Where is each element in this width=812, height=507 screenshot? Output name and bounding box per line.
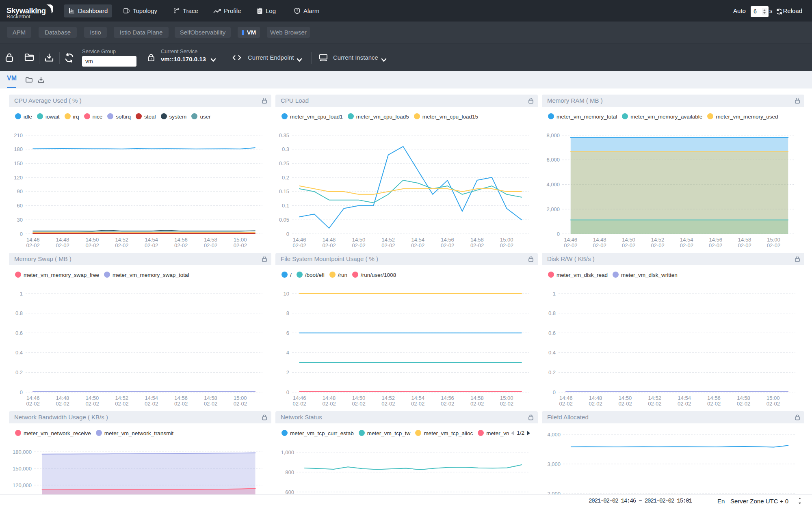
svg-text:02-02: 02-02 bbox=[737, 401, 750, 407]
svg-text:0.35: 0.35 bbox=[279, 132, 289, 138]
svg-text:02-02: 02-02 bbox=[56, 242, 69, 248]
svg-text:02-02: 02-02 bbox=[441, 242, 454, 248]
svg-text:0.8: 0.8 bbox=[548, 310, 556, 316]
svg-text:0.6: 0.6 bbox=[548, 330, 556, 336]
svg-text:02-02: 02-02 bbox=[500, 401, 513, 407]
svg-text:02-02: 02-02 bbox=[593, 242, 606, 248]
svg-text:02-02: 02-02 bbox=[441, 401, 454, 407]
svg-text:02-02: 02-02 bbox=[381, 242, 395, 248]
svg-text:02-02: 02-02 bbox=[559, 401, 573, 407]
svg-text:14:46: 14:46 bbox=[559, 395, 573, 401]
svg-text:14:52: 14:52 bbox=[382, 395, 395, 401]
svg-text:02-02: 02-02 bbox=[115, 242, 128, 248]
svg-text:180,000: 180,000 bbox=[13, 449, 32, 455]
svg-text:02-02: 02-02 bbox=[85, 242, 99, 248]
svg-text:02-02: 02-02 bbox=[322, 401, 336, 407]
svg-text:90: 90 bbox=[17, 188, 23, 194]
svg-text:02-02: 02-02 bbox=[56, 401, 69, 407]
svg-text:14:50: 14:50 bbox=[619, 395, 632, 401]
svg-text:0.8: 0.8 bbox=[15, 310, 23, 316]
svg-text:02-02: 02-02 bbox=[145, 242, 158, 248]
svg-text:14:46: 14:46 bbox=[293, 395, 306, 401]
svg-text:02-02: 02-02 bbox=[767, 401, 780, 407]
svg-text:150: 150 bbox=[14, 160, 23, 166]
svg-text:2,000: 2,000 bbox=[546, 206, 560, 212]
svg-text:0.4: 0.4 bbox=[15, 350, 23, 356]
svg-text:02-02: 02-02 bbox=[470, 242, 484, 248]
svg-text:02-02: 02-02 bbox=[709, 242, 722, 248]
svg-text:14:48: 14:48 bbox=[323, 237, 336, 243]
svg-text:14:54: 14:54 bbox=[411, 395, 424, 401]
svg-text:6,000: 6,000 bbox=[546, 157, 560, 163]
svg-text:02-02: 02-02 bbox=[589, 401, 602, 407]
svg-text:02-02: 02-02 bbox=[85, 401, 99, 407]
svg-text:0.2: 0.2 bbox=[282, 175, 289, 181]
svg-text:14:52: 14:52 bbox=[115, 395, 129, 401]
svg-text:1,000: 1,000 bbox=[281, 449, 294, 455]
svg-text:14:52: 14:52 bbox=[648, 395, 662, 401]
svg-text:02-02: 02-02 bbox=[26, 401, 40, 407]
svg-text:14:46: 14:46 bbox=[564, 237, 578, 243]
svg-text:180: 180 bbox=[14, 146, 23, 152]
svg-text:14:52: 14:52 bbox=[115, 237, 129, 243]
svg-text:14:56: 14:56 bbox=[174, 237, 188, 243]
svg-text:14:54: 14:54 bbox=[680, 237, 693, 243]
svg-text:02-02: 02-02 bbox=[738, 242, 751, 248]
svg-text:14:50: 14:50 bbox=[86, 237, 99, 243]
svg-text:14:46: 14:46 bbox=[293, 237, 306, 243]
svg-text:14:48: 14:48 bbox=[323, 395, 336, 401]
svg-text:14:52: 14:52 bbox=[651, 237, 665, 243]
svg-text:14:56: 14:56 bbox=[441, 237, 454, 243]
svg-text:02-02: 02-02 bbox=[26, 242, 40, 248]
svg-text:0.4: 0.4 bbox=[548, 350, 556, 356]
svg-text:02-02: 02-02 bbox=[680, 242, 693, 248]
svg-text:02-02: 02-02 bbox=[352, 242, 365, 248]
svg-text:02-02: 02-02 bbox=[115, 401, 128, 407]
svg-text:14:50: 14:50 bbox=[86, 395, 99, 401]
svg-text:02-02: 02-02 bbox=[352, 401, 365, 407]
svg-text:60: 60 bbox=[17, 203, 23, 209]
svg-text:14:58: 14:58 bbox=[470, 237, 484, 243]
svg-text:14:48: 14:48 bbox=[56, 237, 69, 243]
svg-text:14:54: 14:54 bbox=[145, 237, 158, 243]
svg-text:0: 0 bbox=[553, 389, 556, 395]
svg-text:14:46: 14:46 bbox=[26, 237, 40, 243]
svg-text:02-02: 02-02 bbox=[622, 242, 635, 248]
svg-text:6: 6 bbox=[286, 330, 289, 336]
svg-text:02-02: 02-02 bbox=[411, 401, 424, 407]
svg-text:0.25: 0.25 bbox=[279, 160, 289, 166]
svg-text:210: 210 bbox=[14, 132, 23, 138]
svg-text:14:58: 14:58 bbox=[737, 395, 750, 401]
svg-text:0.15: 0.15 bbox=[279, 188, 289, 194]
svg-text:02-02: 02-02 bbox=[234, 242, 247, 248]
svg-text:0: 0 bbox=[557, 231, 560, 237]
svg-text:0.1: 0.1 bbox=[282, 203, 289, 209]
svg-text:4,000: 4,000 bbox=[546, 181, 560, 188]
svg-text:14:46: 14:46 bbox=[26, 395, 40, 401]
svg-text:02-02: 02-02 bbox=[411, 242, 424, 248]
svg-text:02-02: 02-02 bbox=[651, 242, 664, 248]
svg-text:15:00: 15:00 bbox=[767, 395, 780, 401]
svg-text:02-02: 02-02 bbox=[618, 401, 632, 407]
svg-text:02-02: 02-02 bbox=[174, 401, 188, 407]
svg-text:0.3: 0.3 bbox=[282, 146, 289, 152]
svg-text:14:58: 14:58 bbox=[204, 237, 217, 243]
svg-text:120: 120 bbox=[14, 175, 23, 181]
svg-text:14:54: 14:54 bbox=[678, 395, 691, 401]
svg-text:1: 1 bbox=[20, 291, 23, 297]
svg-text:8,000: 8,000 bbox=[546, 132, 560, 138]
svg-text:14:56: 14:56 bbox=[441, 395, 454, 401]
svg-text:0: 0 bbox=[20, 389, 23, 395]
svg-text:14:58: 14:58 bbox=[738, 237, 751, 243]
svg-text:0.05: 0.05 bbox=[279, 217, 289, 223]
svg-text:14:54: 14:54 bbox=[411, 237, 424, 243]
svg-text:14:58: 14:58 bbox=[470, 395, 484, 401]
svg-text:14:50: 14:50 bbox=[352, 237, 366, 243]
svg-text:15:00: 15:00 bbox=[234, 237, 247, 243]
svg-text:02-02: 02-02 bbox=[293, 242, 306, 248]
svg-text:14:56: 14:56 bbox=[707, 395, 721, 401]
svg-text:0: 0 bbox=[286, 231, 289, 237]
svg-text:02-02: 02-02 bbox=[204, 242, 217, 248]
svg-text:30: 30 bbox=[17, 217, 23, 223]
svg-text:02-02: 02-02 bbox=[678, 401, 691, 407]
